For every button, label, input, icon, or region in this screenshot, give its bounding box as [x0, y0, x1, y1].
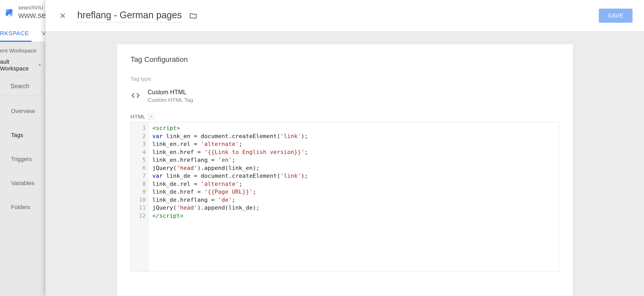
sidebar-item-tags[interactable]: Tags	[0, 123, 45, 147]
card-heading: Tag Configuration	[131, 55, 559, 64]
tagtype-subtitle: Custom HTML Tag	[148, 97, 193, 103]
tab-workspace[interactable]: RKSPACE	[0, 30, 29, 42]
code-icon	[131, 91, 140, 102]
folder-icon[interactable]	[189, 11, 197, 20]
app-header: searchVIU www.sear	[0, 0, 45, 25]
tagtype-label: Tag type	[131, 76, 559, 82]
sidebar-nav: Overview Tags Triggers Variables Folders	[0, 96, 45, 219]
workspace-selector[interactable]: ault Workspace	[0, 54, 45, 77]
workspace-current: ault Workspace	[0, 58, 38, 72]
search-placeholder: Search	[10, 83, 30, 90]
panel-header: hreflang - German pages SAVE	[45, 0, 644, 31]
panel-body: Tag Configuration Tag type Custom HTML C…	[45, 31, 644, 296]
close-button[interactable]	[57, 10, 68, 21]
tag-name-input[interactable]: hreflang - German pages	[77, 9, 182, 22]
tag-editor-panel: hreflang - German pages SAVE Tag Configu…	[45, 0, 644, 296]
line-number-gutter: 1 2 3 4 5 6 7 8 9 10 11 12	[131, 122, 149, 272]
sidebar-item-overview[interactable]: Overview	[0, 99, 45, 123]
container-name: www.sear	[18, 11, 45, 20]
main-tabs: RKSPACE VERS	[0, 25, 45, 42]
sidebar-item-triggers[interactable]: Triggers	[0, 147, 45, 171]
workspace-section-label: ent Workspace	[0, 42, 45, 54]
account-name: searchVIU	[18, 5, 45, 11]
html-code-editor[interactable]: 1 2 3 4 5 6 7 8 9 10 11 12 <script> var …	[131, 122, 559, 272]
sidebar-search[interactable]: Search	[0, 77, 45, 96]
sidebar-item-variables[interactable]: Variables	[0, 171, 45, 195]
html-field-label: HTML	[131, 114, 145, 120]
tagtype-name: Custom HTML	[148, 89, 193, 96]
tag-configuration-card: Tag Configuration Tag type Custom HTML C…	[117, 44, 573, 296]
chevron-right-icon	[38, 62, 42, 69]
save-button[interactable]: SAVE	[599, 9, 633, 23]
sidebar-item-folders[interactable]: Folders	[0, 195, 45, 219]
help-icon[interactable]: ?	[148, 114, 154, 120]
sidebar: ent Workspace ault Workspace Search Over…	[0, 42, 45, 296]
code-content[interactable]: <script> var link_en = document.createEl…	[149, 122, 312, 272]
tagtype-selector[interactable]: Custom HTML Custom HTML Tag	[131, 89, 559, 103]
gtm-logo-icon	[3, 6, 15, 19]
